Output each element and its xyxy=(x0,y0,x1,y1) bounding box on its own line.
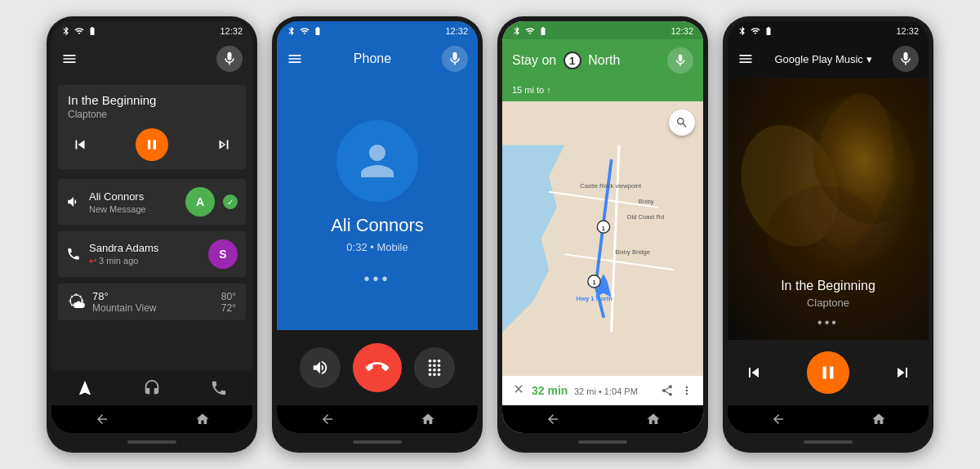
svg-text:Old Coast Rd: Old Coast Rd xyxy=(627,213,665,221)
map-search-button[interactable] xyxy=(669,109,695,136)
music-app-title: Google Play Music ▾ xyxy=(754,53,893,65)
app-bar-2: Phone xyxy=(277,39,478,78)
home-icon-3[interactable] xyxy=(646,412,661,427)
route-details: 32 min 32 mi • 1:04 PM xyxy=(532,384,654,397)
menu-icon-2[interactable] xyxy=(287,51,303,67)
signal-icon-3 xyxy=(525,26,535,36)
skip-next-icon-4[interactable] xyxy=(893,363,912,382)
call-area: Ali Connors 0:32 • Mobile ••• xyxy=(277,78,478,330)
message-badge: ✓ xyxy=(223,194,238,209)
mic-icon-2 xyxy=(447,51,463,67)
route-share-icon[interactable] xyxy=(661,384,674,397)
notification-ali[interactable]: Ali Connors New Message A ✓ xyxy=(58,179,246,225)
status-bar-3: 12:32 xyxy=(502,21,703,39)
pause-button[interactable] xyxy=(136,128,168,161)
call-status: 0:32 • Mobile xyxy=(346,241,408,253)
pause-icon-4 xyxy=(817,362,839,383)
signal-icon-4 xyxy=(751,26,760,36)
app-bar-4: Google Play Music ▾ xyxy=(728,39,929,78)
music-card[interactable]: In the Beginning Claptone xyxy=(58,85,246,169)
bluetooth-icon-4 xyxy=(737,26,747,36)
weather-lo: 72° xyxy=(221,302,236,314)
music-artist: Claptone xyxy=(68,109,236,120)
battery-icon-2 xyxy=(313,26,323,36)
caller-name: Ali Connors xyxy=(331,215,424,236)
weather-temp: 78° xyxy=(92,290,109,302)
music-controls xyxy=(68,128,236,161)
home-icon-4[interactable] xyxy=(871,412,886,427)
mic-button[interactable] xyxy=(216,46,243,72)
album-art-area: In the Beginning Claptone ••• xyxy=(728,78,929,340)
svg-text:Castle Rock viewpoint: Castle Rock viewpoint xyxy=(580,182,642,190)
close-route-btn[interactable] xyxy=(512,382,525,399)
music-title: In the Beginning xyxy=(68,93,236,107)
status-bar-4: 12:32 xyxy=(728,21,929,39)
nav-phone-icon[interactable] xyxy=(210,379,228,397)
route-more-icon[interactable] xyxy=(680,384,693,397)
home-icon[interactable] xyxy=(195,412,210,427)
music-player-controls xyxy=(728,340,929,405)
notification-sandra-text: Sandra Adams ↩ 3 min ago xyxy=(89,242,200,266)
phone-3: 12:32 Stay on 1 North 15 mi to ↑ xyxy=(497,16,708,453)
back-icon-3[interactable] xyxy=(546,412,560,427)
notification-sandra[interactable]: Sandra Adams ↩ 3 min ago S xyxy=(58,231,246,277)
phone-4: 12:32 Google Play Music ▾ In th xyxy=(723,16,933,453)
pause-button-4[interactable] xyxy=(807,351,849,394)
nav-arrow-icon[interactable] xyxy=(76,379,94,397)
weather-info: 78° Mountain View xyxy=(92,290,215,314)
call-actions xyxy=(277,330,478,405)
route-action-buttons xyxy=(661,384,693,397)
home-icon-2[interactable] xyxy=(421,412,435,427)
phone-app-title: Phone xyxy=(303,51,442,66)
status-bar-1: 12:32 xyxy=(51,21,252,39)
mic-button-3[interactable] xyxy=(667,47,693,74)
back-icon-2[interactable] xyxy=(320,412,335,427)
nav-instruction-bar: Stay on 1 North xyxy=(502,39,703,82)
bluetooth-icon xyxy=(61,26,71,36)
mic-button-2[interactable] xyxy=(442,46,468,72)
menu-icon-4[interactable] xyxy=(737,51,754,67)
caller-avatar xyxy=(336,120,418,202)
route-time: 32 min xyxy=(532,384,568,397)
back-icon-4[interactable] xyxy=(771,412,786,427)
mic-icon xyxy=(221,51,238,67)
map-svg: Castle Rock viewpoint Old Coast Rd Bixby… xyxy=(502,101,703,376)
mic-icon-3 xyxy=(673,53,688,68)
android-nav-4 xyxy=(728,405,929,433)
svg-text:Bixby: Bixby xyxy=(639,198,654,205)
mic-icon-4 xyxy=(898,51,914,67)
back-icon[interactable] xyxy=(95,412,109,427)
weather-icon: 🌤 xyxy=(68,292,86,313)
battery-icon-4 xyxy=(764,26,773,36)
pause-icon xyxy=(144,136,160,153)
weather-hi: 80° xyxy=(221,291,236,302)
distance-bar: 15 mi to ↑ xyxy=(502,82,703,101)
end-call-button[interactable] xyxy=(353,343,402,392)
music-info: In the Beginning Claptone ••• xyxy=(728,269,929,340)
nav-headphones-icon[interactable] xyxy=(143,379,161,397)
dropdown-arrow: ▾ xyxy=(866,53,872,65)
status-bar-2: 12:32 xyxy=(277,21,478,39)
svg-text:Bixby Bridge: Bixby Bridge xyxy=(615,248,650,256)
road-badge: 1 xyxy=(564,51,581,69)
weather-card: 🌤 78° Mountain View 80° 72° xyxy=(58,284,246,320)
volume-icon xyxy=(66,194,81,209)
music-dots: ••• xyxy=(741,315,915,330)
dialpad-icon xyxy=(425,359,443,377)
speaker-icon xyxy=(311,359,329,377)
sandra-avatar: S xyxy=(208,239,238,269)
battery-icon xyxy=(87,26,97,36)
skip-prev-icon-4[interactable] xyxy=(744,363,764,382)
bottom-nav xyxy=(51,371,252,405)
mic-button-4[interactable] xyxy=(893,46,919,72)
app-bar-1 xyxy=(51,39,252,78)
dialpad-button[interactable] xyxy=(414,347,455,388)
time-display-4: 12:32 xyxy=(896,26,919,36)
ali-name: Ali Connors xyxy=(89,190,177,203)
skip-next-icon[interactable] xyxy=(215,136,233,154)
ali-subtitle: New Message xyxy=(89,204,177,214)
svg-text:Hwy 1 North: Hwy 1 North xyxy=(577,295,613,302)
skip-prev-icon[interactable] xyxy=(71,136,89,154)
menu-icon[interactable] xyxy=(61,51,78,67)
speaker-button[interactable] xyxy=(300,347,341,388)
